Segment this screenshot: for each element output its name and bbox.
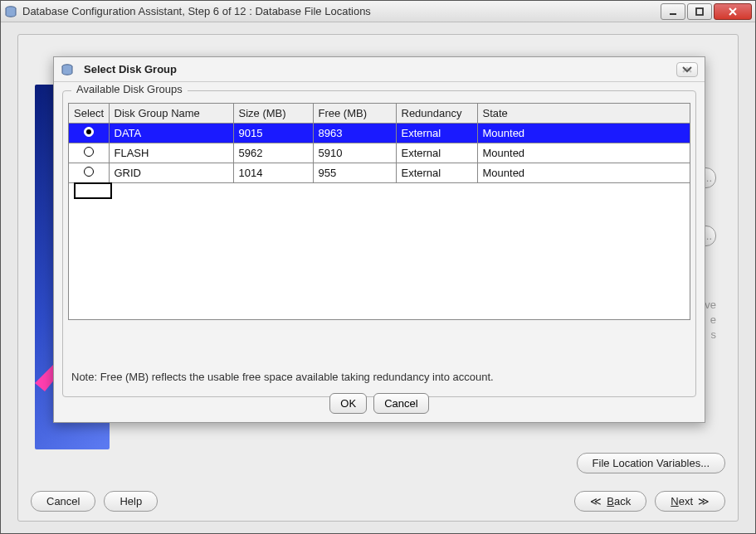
radio-cell[interactable] (69, 143, 109, 163)
col-select[interactable]: Select (69, 104, 109, 124)
svg-rect-2 (696, 8, 703, 15)
radio-cell[interactable] (69, 163, 109, 183)
cell-redundancy: External (396, 163, 477, 183)
cell-name: FLASH (109, 143, 233, 163)
select-disk-group-dialog: Select Disk Group Available Disk Groups … (53, 56, 705, 423)
table-row[interactable]: DATA90158963ExternalMounted (69, 124, 690, 143)
ok-button[interactable]: OK (329, 393, 367, 414)
radio-cell[interactable] (69, 124, 109, 143)
dialog-buttons: OK Cancel (54, 393, 705, 414)
obscured-text-3: s (711, 328, 717, 341)
minimize-button[interactable] (661, 3, 685, 20)
cell-free: 8963 (313, 124, 396, 143)
col-free[interactable]: Free (MB) (313, 104, 396, 124)
maximize-button[interactable] (687, 3, 712, 20)
cell-free: 955 (313, 163, 396, 183)
cell-size: 9015 (233, 124, 313, 143)
dialog-icon (61, 63, 74, 76)
radio-icon[interactable] (84, 167, 94, 177)
next-label: ext (679, 495, 693, 507)
dialog-cancel-button[interactable]: Cancel (373, 393, 428, 414)
dialog-close-button[interactable] (676, 62, 698, 77)
disk-group-table-container: Select Disk Group Name Size (MB) Free (M… (68, 103, 690, 320)
cell-name: DATA (109, 124, 233, 143)
cell-redundancy: External (396, 143, 477, 163)
table-row[interactable]: FLASH59625910ExternalMounted (69, 143, 690, 163)
window-controls (661, 3, 752, 20)
cell-free: 5910 (313, 143, 396, 163)
col-state[interactable]: State (477, 104, 690, 124)
radio-icon[interactable] (84, 127, 94, 137)
cell-state: Mounted (477, 143, 690, 163)
cell-state: Mounted (477, 124, 690, 143)
cell-size: 1014 (233, 163, 313, 183)
close-button[interactable] (714, 3, 752, 20)
table-row[interactable]: GRID1014955ExternalMounted (69, 163, 690, 183)
file-location-variables-button[interactable]: File Location Variables... (577, 453, 725, 473)
groupbox-label: Available Disk Groups (71, 83, 188, 95)
col-size[interactable]: Size (MB) (233, 104, 313, 124)
focus-indicator-box (74, 182, 112, 199)
back-label: ack (614, 495, 631, 507)
col-redundancy[interactable]: Redundancy (396, 104, 477, 124)
table-header-row: Select Disk Group Name Size (MB) Free (M… (69, 104, 690, 124)
cell-state: Mounted (477, 163, 690, 183)
parent-titlebar[interactable]: Database Configuration Assistant, Step 6… (1, 1, 755, 22)
next-button[interactable]: Next ≫ (655, 491, 725, 512)
radio-icon[interactable] (84, 147, 94, 157)
available-disk-groups-box: Available Disk Groups Select Disk Group … (62, 90, 696, 397)
parent-title: Database Configuration Assistant, Step 6… (22, 5, 661, 17)
back-button[interactable]: ≪ Back (574, 491, 646, 512)
app-icon (4, 5, 17, 18)
dialog-titlebar[interactable]: Select Disk Group (54, 57, 705, 82)
cancel-button[interactable]: Cancel (31, 491, 95, 512)
close-icon (681, 66, 693, 74)
wizard-nav: Cancel Help ≪ Back Next ≫ (31, 491, 725, 512)
cell-size: 5962 (233, 143, 313, 163)
obscured-text-2: e (710, 313, 716, 326)
note-text: Note: Free (MB) reflects the usable free… (71, 371, 687, 383)
cell-redundancy: External (396, 124, 477, 143)
dialog-title: Select Disk Group (84, 63, 177, 75)
help-button[interactable]: Help (104, 491, 158, 512)
chevron-left-icon: ≪ (590, 495, 602, 507)
disk-group-table: Select Disk Group Name Size (MB) Free (M… (69, 104, 690, 183)
col-name[interactable]: Disk Group Name (109, 104, 233, 124)
chevron-right-icon: ≫ (698, 495, 710, 507)
cell-name: GRID (109, 163, 233, 183)
